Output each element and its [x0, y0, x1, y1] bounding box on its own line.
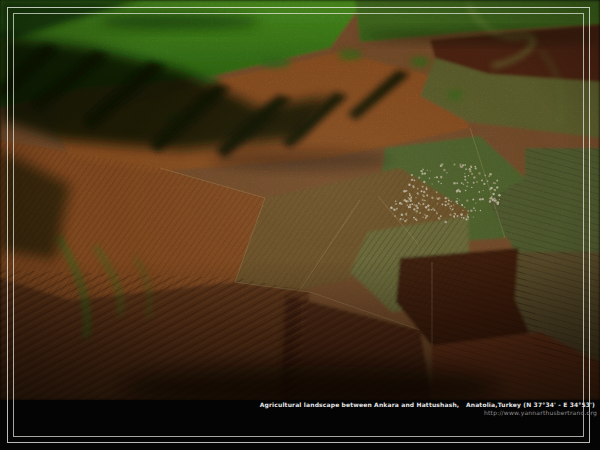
grain-overlay	[0, 0, 600, 400]
wallpaper-stage: Agricultural landscape between Ankara an…	[0, 0, 600, 450]
caption-url: http://www.yannarthusbertrand.org	[484, 409, 597, 416]
caption-title: Agricultural landscape between Ankara an…	[260, 401, 595, 408]
aerial-photo	[0, 0, 600, 400]
